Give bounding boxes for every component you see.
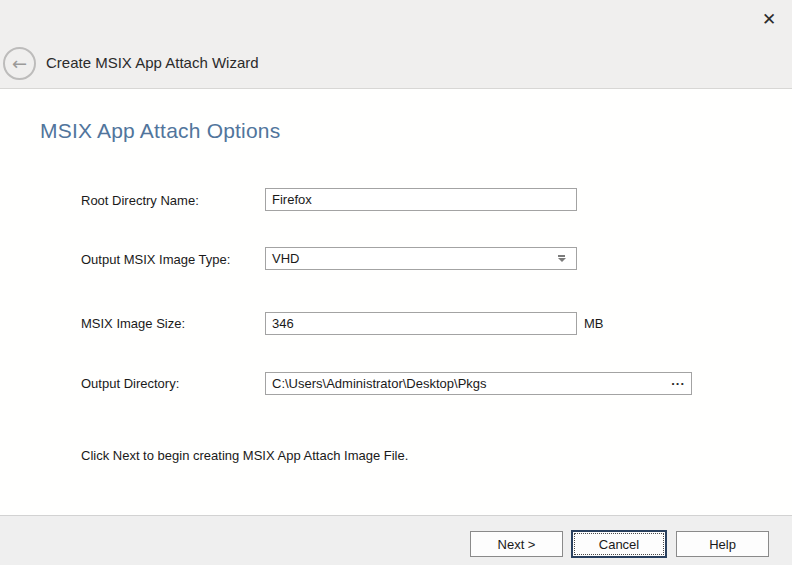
close-icon: ✕ (762, 9, 776, 29)
root-directory-label: Root Directry Name: (81, 193, 199, 208)
output-directory-input[interactable]: C:\Users\Administrator\Desktop\Pkgs ... (265, 372, 692, 395)
root-directory-input[interactable] (265, 188, 577, 211)
back-arrow-icon: ← (12, 55, 27, 73)
footer-bar: Next > Cancel Help (0, 515, 792, 565)
page-title: MSIX App Attach Options (40, 119, 280, 143)
image-size-label: MSIX Image Size: (81, 316, 185, 331)
browse-button[interactable]: ... (669, 376, 687, 392)
instruction-text: Click Next to begin creating MSIX App At… (81, 448, 408, 463)
close-button[interactable]: ✕ (756, 6, 782, 32)
image-size-input[interactable] (265, 312, 577, 335)
wizard-title: Create MSIX App Attach Wizard (46, 54, 259, 71)
cancel-button[interactable]: Cancel (571, 530, 667, 558)
wizard-header: ← Create MSIX App Attach Wizard ✕ (0, 0, 792, 89)
output-directory-value: C:\Users\Administrator\Desktop\Pkgs (272, 376, 669, 391)
image-type-selected-value: VHD (272, 251, 557, 266)
back-button[interactable]: ← (3, 47, 36, 80)
image-type-label: Output MSIX Image Type: (81, 252, 230, 267)
wizard-window: ← Create MSIX App Attach Wizard ✕ MSIX A… (0, 0, 792, 565)
chevron-down-icon[interactable] (557, 255, 566, 262)
next-button[interactable]: Next > (470, 531, 563, 557)
image-size-unit-label: MB (584, 316, 604, 331)
help-button[interactable]: Help (676, 531, 769, 557)
image-type-combobox[interactable]: VHD (265, 247, 577, 270)
output-directory-label: Output Directory: (81, 376, 179, 391)
